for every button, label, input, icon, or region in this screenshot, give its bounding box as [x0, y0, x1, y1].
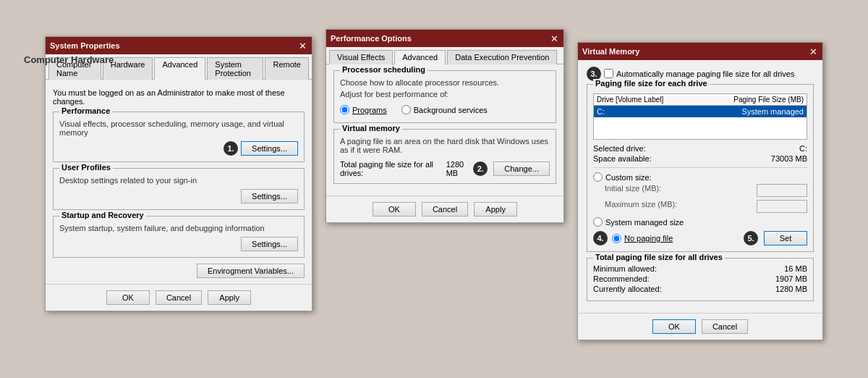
initial-size-input[interactable]: [757, 184, 807, 197]
processor-desc: Choose how to allocate processor resourc…: [340, 78, 550, 87]
window1-cancel-button[interactable]: Cancel: [156, 290, 202, 305]
window-title-3: Virtual Memory: [582, 47, 639, 56]
background-option: Background services: [414, 106, 488, 114]
col-paging-size: Paging File Size (MB): [733, 96, 804, 104]
tab-remote[interactable]: Remote: [265, 57, 309, 80]
window2-ok-button[interactable]: OK: [373, 202, 416, 217]
no-paging-label: No paging file: [624, 234, 673, 243]
virtual-memory-group: Virtual memory A paging file is an area …: [333, 129, 556, 184]
tab-system-protection[interactable]: System Protection: [207, 57, 263, 80]
auto-manage-row[interactable]: Automatically manage paging file size fo…: [604, 69, 794, 78]
performance-options-window: Performance Options ✕ Visual Effects Adv…: [326, 29, 564, 223]
space-available-value: 73003 MB: [771, 154, 807, 163]
badge-1: 1.: [224, 141, 238, 156]
env-variables-button[interactable]: Envirogment Variables...: [197, 264, 305, 278]
window1-apply-button[interactable]: Apply: [208, 290, 251, 305]
initial-size-row: Initial size (MB):: [605, 184, 807, 197]
selected-drive-label: Selected drive:: [593, 144, 646, 153]
window3-button-bar: OK Cancel: [578, 313, 822, 340]
window-title-1: System Properties: [50, 41, 120, 50]
radio-background[interactable]: Background services: [401, 105, 488, 114]
page-background-label: Computer Hardware: [24, 54, 114, 65]
set-button[interactable]: Set: [764, 231, 807, 245]
close-button-2[interactable]: ✕: [549, 33, 559, 43]
window2-button-bar: OK Cancel Apply: [326, 196, 563, 222]
drive-table: Drive [Volume Label] Paging File Size (M…: [593, 93, 807, 140]
performance-desc: Visual effects, processor scheduling, me…: [59, 119, 298, 137]
system-properties-window: System Properties ✕ Computer Name Hardwa…: [45, 36, 312, 311]
tab-advanced-1[interactable]: Advanced: [154, 57, 205, 80]
window2-apply-button[interactable]: Apply: [474, 202, 517, 217]
window3-ok-button[interactable]: OK: [652, 319, 696, 334]
paging-size-label: Paging file size for each drive: [593, 79, 710, 88]
user-profiles-group: User Profiles Desktop settings related t…: [53, 168, 305, 210]
paging-size-group: Paging file size for each drive Drive [V…: [587, 84, 814, 252]
badge-5: 5.: [744, 231, 758, 245]
system-managed-radio-row[interactable]: System managed size: [593, 217, 807, 227]
space-available-label: Space available:: [593, 154, 652, 163]
current-value: 1280 MB: [775, 285, 807, 293]
custom-size-label: Custom size:: [605, 173, 652, 182]
min-allowed-row: Minimum allowed: 16 MB: [593, 264, 807, 273]
total-paging-value: 1280 MB: [446, 160, 474, 177]
drive-value: C:: [597, 107, 605, 116]
title-bar-1: System Properties ✕: [46, 37, 312, 54]
tab-dep[interactable]: Data Execution Prevention: [447, 50, 557, 64]
system-managed-label: System managed size: [605, 218, 684, 227]
min-allowed-label: Minimum allowed:: [593, 264, 657, 273]
user-profiles-settings-button[interactable]: Settings...: [241, 189, 298, 203]
window3-cancel-button[interactable]: Cancel: [702, 319, 748, 334]
startup-desc: System startup, system failure, and debu…: [59, 224, 298, 232]
performance-label: Performance: [59, 106, 112, 115]
radio-programs[interactable]: Programs: [340, 105, 387, 114]
close-button-1[interactable]: ✕: [297, 41, 307, 51]
processor-group: Processor scheduling Choose how to alloc…: [333, 70, 556, 123]
processor-label: Processor scheduling: [340, 65, 427, 74]
performance-group: Performance Visual effects, processor sc…: [53, 112, 305, 162]
vm-label: Virtual memory: [340, 124, 402, 133]
recommended-label: Recommended:: [593, 274, 650, 283]
performance-settings-button[interactable]: Settings...: [241, 141, 298, 156]
selected-drive-value: C:: [799, 144, 807, 153]
user-profiles-desc: Desktop settings related to your sign-in: [59, 176, 298, 185]
title-bar-2: Performance Options ✕: [326, 30, 563, 47]
virtual-memory-window: Virtual Memory ✕ 3. Automatically manage…: [577, 42, 823, 340]
no-paging-radio-row[interactable]: No paging file: [612, 234, 673, 243]
min-allowed-value: 16 MB: [784, 264, 807, 273]
initial-size-label: Initial size (MB):: [605, 184, 661, 197]
size-value: System managed: [741, 107, 804, 116]
current-row: Currently allocated: 1280 MB: [593, 285, 807, 293]
custom-size-radio-row[interactable]: Custom size:: [593, 172, 807, 182]
close-button-3[interactable]: ✕: [808, 46, 818, 56]
max-size-row: Maximum size (MB):: [605, 200, 807, 213]
programs-option: Programs: [352, 106, 387, 114]
window-title-2: Performance Options: [331, 34, 412, 43]
title-bar-3: Virtual Memory ✕: [578, 43, 822, 60]
startup-group: Startup and Recovery System startup, sys…: [53, 216, 305, 258]
total-paging-label: Total paging file size for all drives:: [340, 160, 442, 177]
window1-ok-button[interactable]: OK: [106, 290, 150, 305]
tabs-2: Visual Effects Advanced Data Execution P…: [326, 47, 563, 64]
table-row[interactable]: C: System managed: [594, 106, 807, 117]
user-profiles-label: User Profiles: [59, 163, 113, 172]
total-paging-section-label: Total paging file size for all drives: [593, 253, 725, 261]
admin-note: You must be logged on as an Administrato…: [53, 88, 305, 106]
tab-advanced-2[interactable]: Advanced: [394, 50, 446, 64]
auto-manage-label: Automatically manage paging file size fo…: [616, 70, 794, 78]
startup-settings-button[interactable]: Settings...: [241, 237, 298, 251]
max-size-label: Maximum size (MB):: [605, 200, 677, 213]
change-button[interactable]: Change...: [493, 161, 550, 176]
space-available-row: Space available: 73003 MB: [593, 154, 807, 163]
max-size-input[interactable]: [757, 200, 807, 213]
window2-cancel-button[interactable]: Cancel: [422, 202, 468, 217]
badge-4: 4.: [593, 231, 608, 245]
current-label: Currently allocated:: [593, 285, 662, 293]
window1-button-bar: OK Cancel Apply: [46, 284, 312, 311]
tab-visual-effects[interactable]: Visual Effects: [329, 50, 393, 64]
selected-drive-row: Selected drive: C:: [593, 144, 807, 153]
col-drive: Drive [Volume Label]: [597, 96, 663, 104]
recommended-row: Recommended: 1907 MB: [593, 274, 807, 283]
auto-manage-checkbox[interactable]: [604, 69, 613, 78]
recommended-value: 1907 MB: [775, 274, 807, 283]
badge-2: 2.: [473, 161, 488, 176]
